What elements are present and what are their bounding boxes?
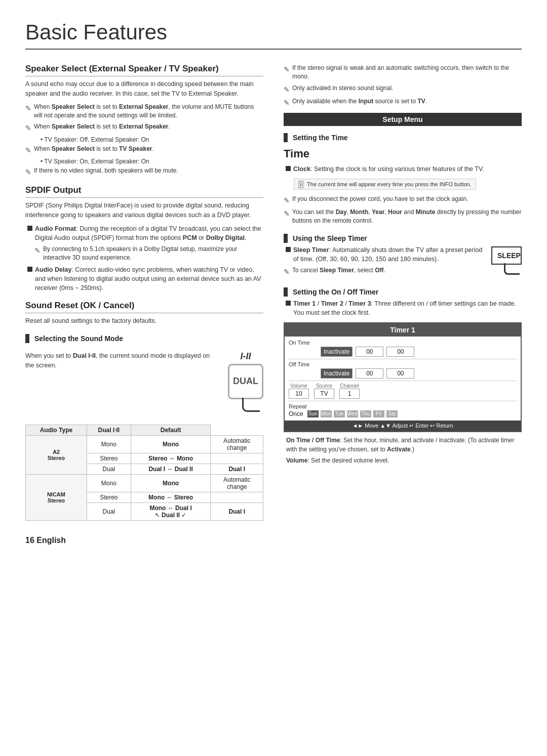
sleep-bullet-1: Sleep Timer: Automatically shuts down th… <box>284 245 486 264</box>
sleep-note: ✎ To cancel Sleep Timer, select Off. <box>284 266 486 277</box>
timer-title: Timer 1 <box>285 323 521 337</box>
off-time-row: Inactivate 00 00 <box>289 368 517 379</box>
day-thu: Thu <box>360 410 371 417</box>
cell-nicam-stereo-dual: Mono ↔ Stereo <box>131 492 211 502</box>
left-column: Speaker Select (External Speaker / TV Sp… <box>25 64 263 545</box>
spdif-note-1: ✎ By connecting to 5.1ch speakers in a D… <box>25 245 263 263</box>
pencil-icon-t2: ✎ <box>284 208 290 226</box>
cell-mono-type: Mono <box>87 435 131 453</box>
repeat-row: Once Sun Mon Tue Wed Thu Fri Sat <box>289 410 517 417</box>
day-fri: Fri <box>373 410 384 417</box>
volume-cell: Volume 10 <box>289 383 309 399</box>
square-icon-t <box>286 166 291 171</box>
timer-grid: On Time Inactivate 00 00 Off Time Inacti… <box>285 337 521 421</box>
pencil-icon-r2: ✎ <box>284 85 290 95</box>
time-note-2: ✎ You can set the Day, Month, Year, Hour… <box>284 208 522 226</box>
section-sound-reset-title: Sound Reset (OK / Cancel) <box>25 301 263 313</box>
sound-mode-table: Audio Type Dual I·II Default A2Stereo Mo… <box>25 425 263 521</box>
pencil-icon-3: ✎ <box>25 145 31 155</box>
time-bullet-1: Clock: Setting the clock is for using va… <box>284 164 522 174</box>
pencil-icon-2: ✎ <box>25 123 31 133</box>
volume-value: 10 <box>289 389 309 399</box>
pencil-icon-r1: ✎ <box>284 64 290 81</box>
sleep-section-content: Sleep Timer: Automatically shuts down th… <box>284 245 522 280</box>
source-value: TV <box>314 389 334 399</box>
cell-stereo-type: Stereo <box>87 453 131 464</box>
section-spdif-title: SPDIF Output <box>25 185 263 198</box>
on-hour-cell: 00 <box>356 347 383 357</box>
group-nicam-stereo: NICAMStereo <box>26 474 87 520</box>
sound-mode-text: When you set to Dual I-II, the current s… <box>25 351 218 374</box>
speaker-sub-1: TV Speaker: Off, External Speaker: On <box>25 136 263 143</box>
channel-cell: Channel 1 <box>339 383 360 399</box>
cell-nicam-mono-default: Automaticchange <box>211 474 263 492</box>
right-note-3: ✎ Only available when the Input source i… <box>284 97 522 108</box>
timer-table: Timer 1 On Time Inactivate 00 00 Off Tim… <box>284 322 522 432</box>
pencil-icon-5: ✎ <box>34 245 41 263</box>
off-time-label: Off Time <box>289 361 517 367</box>
time-title: Time <box>284 147 522 160</box>
on-inactivate-cell: Inactivate <box>321 347 353 357</box>
pencil-icon-r3: ✎ <box>284 98 290 108</box>
cell-dual-default: Dual I <box>211 464 263 474</box>
section-sleep-timer: Using the Sleep Timer <box>284 234 522 243</box>
cell-nicam-mono-dual: Mono <box>131 474 211 492</box>
day-sun: Sun <box>307 410 319 417</box>
on-time-row: Inactivate 00 00 <box>289 347 517 357</box>
repeat-label: Repeat <box>289 403 517 409</box>
setup-menu-bar: Setup Menu <box>284 113 522 126</box>
section-setting-time: Setting the Time <box>284 133 522 142</box>
square-icon-oo <box>286 301 291 306</box>
square-icon-2 <box>27 267 32 272</box>
on-time-label: On Time <box>289 340 517 346</box>
right-column: ✎ If the stereo signal is weak and an au… <box>284 64 522 545</box>
off-inactivate-cell: Inactivate <box>321 368 353 379</box>
speaker-sub-2: TV Speaker: On, External Speaker: On <box>25 158 263 165</box>
cell-nicam-dual-dual: Mono ↔ Dual I↖ Dual II ✓ <box>131 502 211 520</box>
dual-display-label: I-II <box>241 351 251 362</box>
group-a2-stereo: A2Stereo <box>26 435 87 474</box>
cell-nicam-dual-default: Dual I <box>211 502 263 520</box>
right-note-2: ✎ Only activated in stereo sound signal. <box>284 84 522 95</box>
sleep-button: SLEEP <box>491 246 522 265</box>
dual-button: DUAL <box>228 364 263 399</box>
cell-stereo-dual: Stereo ↔ Mono <box>131 453 211 464</box>
speaker-note-1: ✎ When Speaker Select is set to External… <box>25 103 263 120</box>
table-header-default: Default <box>131 425 211 435</box>
day-tue: Tue <box>334 410 345 417</box>
section-sound-mode-title: Selecting the Sound Mode <box>25 334 263 343</box>
spdif-bullet-2: Audio Delay: Correct audio-video sync pr… <box>25 265 263 292</box>
pencil-icon-s: ✎ <box>284 267 290 277</box>
spdif-bullet-1: Audio Format: During the reception of a … <box>25 224 263 242</box>
pencil-icon-t1: ✎ <box>284 195 290 205</box>
channel-value: 1 <box>339 389 360 399</box>
page-title: Basic Features <box>25 20 522 50</box>
cell-nicam-mono-type: Mono <box>87 474 131 492</box>
source-label: Source <box>314 383 334 389</box>
speaker-select-body: A sound echo may occur due to a differen… <box>25 79 263 99</box>
cell-nicam-stereo-type: Stereo <box>87 492 131 502</box>
cell-nicam-stereo-default <box>211 492 263 502</box>
on-min-cell: 00 <box>386 347 414 357</box>
info-icon: i <box>298 181 303 188</box>
dual-button-display: I-II DUAL <box>228 351 263 399</box>
on-off-body: Timer 1 / Timer 2 / Timer 3: Three diffe… <box>284 299 522 317</box>
spdif-body: SPDIF (Sony Philips Digital InterFace) i… <box>25 201 263 220</box>
off-hour-cell: 00 <box>356 368 383 379</box>
vol-source-channel-row: Volume 10 Source TV Channel 1 <box>289 383 517 399</box>
square-icon-s <box>286 247 291 252</box>
off-min-cell: 00 <box>386 368 414 379</box>
table-header-audiotype: Audio Type <box>26 425 87 435</box>
speaker-note-4: ✎ If there is no video signal, both spea… <box>25 166 263 177</box>
table-row: NICAMStereo Mono Mono Automaticchange <box>26 474 263 492</box>
cell-mono-dual: Mono <box>131 435 211 453</box>
on-off-note-1: On Time / Off Time: Set the hour, minute… <box>284 436 522 454</box>
table-row: A2Stereo Mono Mono Automaticchange <box>26 435 263 453</box>
day-sat: Sat <box>386 410 398 417</box>
pencil-icon: ✎ <box>25 103 31 120</box>
time-note-1: ✎ If you disconnect the power cord, you … <box>284 195 522 205</box>
square-icon <box>27 226 32 231</box>
table-header-dual: Dual I·II <box>87 425 131 435</box>
cell-mono-default: Automaticchange <box>211 435 263 453</box>
on-off-note-2: Volume: Set the desired volume level. <box>284 456 522 465</box>
